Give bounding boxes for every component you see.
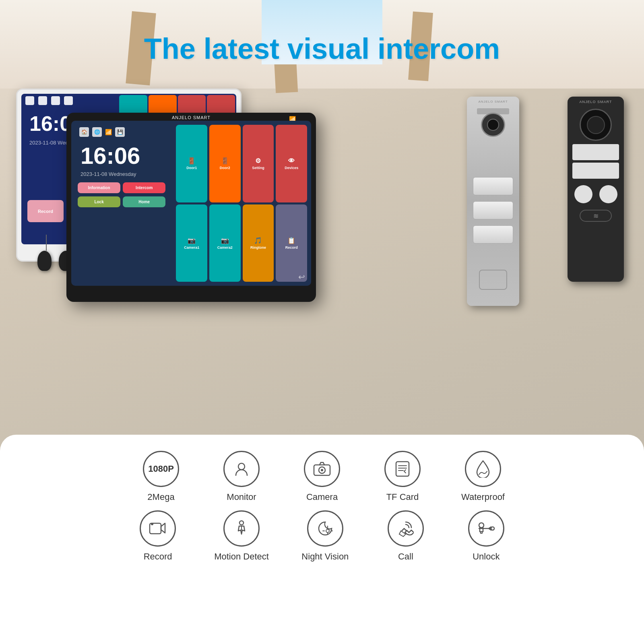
feature-label-2mega: 2Mega: [147, 492, 174, 502]
dbb-circle1[interactable]: [574, 185, 592, 203]
db-camera: [481, 113, 505, 137]
feature-2mega: 1080P 2Mega: [137, 451, 185, 502]
save-icon: [64, 96, 73, 105]
mb-record: 📋Record: [276, 204, 307, 282]
dbb-brand: ANJELO SMART: [568, 97, 624, 105]
dbb-btn1[interactable]: [572, 144, 619, 160]
dbb-camera-inner: [587, 116, 605, 134]
mb-camera2: 📷Camera2: [209, 204, 241, 282]
dbb-btn2[interactable]: [572, 163, 619, 179]
feature-nightvision: Night Vision: [301, 510, 349, 562]
svg-point-7: [239, 521, 244, 525]
mb-door2: 🚪Door2: [209, 125, 241, 202]
feature-motion: Motion Detect: [214, 510, 269, 562]
dbb-circle2[interactable]: [599, 185, 617, 203]
feature-tfcard: TF Card: [378, 451, 427, 502]
feature-call: Call: [382, 510, 430, 562]
keyfob1: [37, 251, 52, 271]
monitor-black-screen: 🏠 🌐 📶 💾 16:06 2023-11-08 Wednesday Infor…: [71, 121, 311, 286]
mb-grid: 🚪Door1 🚪Door2 ⚙Setting 👁Devices 📷Camera1…: [172, 123, 311, 284]
feature-icon-unlock: [468, 510, 504, 547]
dbb-camera: [580, 109, 612, 141]
feature-icon-2mega: 1080P: [143, 451, 179, 487]
doorbell-black: ANJELO SMART ≋: [568, 97, 624, 282]
db-btn3[interactable]: [473, 225, 513, 244]
mb-wifi-icon: 📶: [105, 129, 112, 135]
feature-label-call: Call: [398, 551, 413, 562]
feature-label-motion: Motion Detect: [214, 551, 269, 562]
svg-point-9: [491, 527, 494, 530]
doorbell-silver: ANJELO SMART: [467, 97, 519, 306]
features-row-2: Record Motion Detect Night Vision: [32, 510, 612, 562]
mb-topbar: 🏠 🌐 📶 💾: [74, 124, 169, 140]
feature-label-record: Record: [144, 551, 172, 562]
feature-monitor: Monitor: [217, 451, 266, 502]
mb-globe-icon: 🌐: [92, 127, 102, 137]
feature-label-monitor: Monitor: [227, 492, 256, 502]
monitor-black-brand: ANJELO SMART: [66, 113, 316, 121]
dbb-nfc: ≋: [580, 210, 612, 222]
db-btn2[interactable]: [473, 201, 513, 219]
feature-icon-call: [388, 510, 424, 547]
feature-waterproof: Waterproof: [459, 451, 507, 502]
feature-unlock: Unlock: [462, 510, 510, 562]
svg-point-3: [321, 469, 323, 471]
mb-camera1: 📷Camera1: [176, 204, 207, 282]
feature-label-camera: Camera: [306, 492, 338, 502]
feature-icon-tfcard: [384, 451, 421, 487]
mb-door1: 🚪Door1: [176, 125, 207, 202]
info-pill: Record: [27, 200, 64, 222]
features-section: 1080P 2Mega Monitor Cam: [0, 435, 644, 644]
mb-intercom-btn: Intercom: [123, 182, 165, 193]
mb-home-icon: 🏠: [79, 127, 89, 137]
home-icon: [25, 96, 34, 105]
feature-camera: Camera: [298, 451, 346, 502]
mb-lock-btn: Lock: [78, 196, 120, 207]
db-camera-inner: [487, 119, 499, 131]
feature-label-unlock: Unlock: [473, 551, 500, 562]
back-button[interactable]: ↩: [298, 272, 305, 282]
monitor-black: ANJELO SMART 📶 🏠 🌐 📶 💾 16:06 2023-11-08 …: [66, 113, 316, 302]
db-btn1[interactable]: [473, 177, 513, 195]
page-title: The latest visual intercom: [0, 32, 644, 65]
wifi-icon: [51, 96, 60, 105]
mb-save-icon: 💾: [115, 127, 125, 137]
mb-devices: 👁Devices: [276, 125, 307, 202]
feature-record: Record: [134, 510, 182, 562]
feature-icon-monitor: [223, 451, 260, 487]
svg-point-0: [238, 463, 245, 470]
feature-icon-waterproof: [465, 451, 501, 487]
feature-label-nightvision: Night Vision: [301, 551, 349, 562]
monitor-time: 16:06: [74, 140, 169, 171]
globe-icon: [38, 96, 47, 105]
mb-home-btn: Home: [123, 196, 165, 207]
features-row-1: 1080P 2Mega Monitor Cam: [32, 451, 612, 502]
mb-setting: ⚙Setting: [243, 125, 274, 202]
feature-icon-nightvision: [307, 510, 343, 547]
monitor-date: 2023-11-08 Wednesday: [74, 171, 169, 180]
feature-1080p-text: 1080P: [148, 464, 174, 474]
feature-icon-record: [140, 510, 176, 547]
mb-ringtone: 🎵Ringtone: [243, 204, 274, 282]
feature-label-waterproof: Waterproof: [461, 492, 505, 502]
db-silver-brand: ANJELO SMART: [467, 97, 519, 105]
feature-icon-motion: [223, 510, 260, 547]
svg-point-6: [151, 523, 153, 525]
svg-rect-4: [396, 462, 409, 476]
devices-section: 16:06 2023-11-08 Wed... 🚪 🚪 ⚙ 👁 📷 📷 ♪ 📋 …: [0, 72, 644, 334]
mb-info-btn: Information: [78, 182, 120, 193]
db-speaker: [479, 270, 507, 290]
feature-label-tfcard: TF Card: [386, 492, 419, 502]
svg-point-8: [326, 529, 329, 533]
feature-icon-camera: [304, 451, 340, 487]
